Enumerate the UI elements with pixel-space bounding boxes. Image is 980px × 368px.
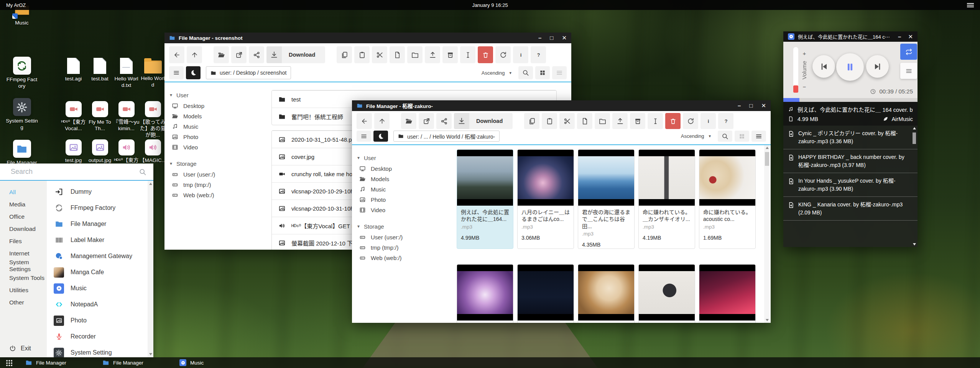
- app-list-item[interactable]: Dummy: [47, 184, 148, 200]
- sidebar-item[interactable]: Video: [170, 142, 262, 152]
- app-grid-icon[interactable]: [6, 360, 12, 366]
- desktop-file[interactable]: 【歌ってみた】あの夏が飽...: [140, 101, 166, 139]
- back-button[interactable]: [169, 46, 184, 63]
- sidebar-item[interactable]: User (user:/): [357, 232, 449, 242]
- scroll-down-icon[interactable]: [149, 353, 152, 355]
- up-button[interactable]: [187, 46, 202, 63]
- info-button[interactable]: [513, 46, 528, 63]
- close-button[interactable]: ✕: [562, 33, 567, 43]
- volume-down[interactable]: −: [803, 83, 806, 90]
- scroll-up-icon[interactable]: [913, 127, 916, 129]
- sort-dropdown[interactable]: Ascending ▾: [477, 70, 516, 76]
- archive-button[interactable]: [630, 113, 645, 129]
- copy-button[interactable]: [524, 113, 539, 129]
- minimize-button[interactable]: –: [538, 33, 541, 43]
- delete-button[interactable]: [478, 46, 493, 63]
- maximize-button[interactable]: □: [550, 33, 553, 43]
- playlist-item[interactable]: In Your Hands _ yusukeP cover. by 柘榴-zak…: [783, 173, 918, 197]
- help-button[interactable]: [531, 46, 546, 63]
- file-card[interactable]: 八月のレイニー＿はるまきごはんco... .mp3 3.06MB: [517, 149, 574, 249]
- category-item[interactable]: Download: [0, 223, 47, 235]
- title-bar[interactable]: File Manager - screenshot – □ ✕: [164, 33, 571, 43]
- sidebar-section-header[interactable]: ▾ User: [170, 89, 262, 101]
- share-button[interactable]: [436, 113, 452, 129]
- search-icon[interactable]: [139, 168, 146, 176]
- app-list-item[interactable]: File Manager: [47, 216, 148, 232]
- new-folder-button[interactable]: [407, 46, 423, 63]
- back-button[interactable]: [357, 113, 372, 129]
- paste-button[interactable]: [354, 46, 370, 63]
- desktop-file[interactable]: 『雪峰～yukimin...: [113, 101, 140, 139]
- close-button[interactable]: ✕: [761, 100, 766, 111]
- sidebar-item[interactable]: Models: [357, 174, 449, 184]
- app-list-item[interactable]: NotepadA: [47, 296, 148, 312]
- scroll-down-icon[interactable]: [913, 243, 916, 245]
- hamburger-button[interactable]: [357, 131, 371, 142]
- close-button[interactable]: ✕: [908, 31, 913, 42]
- desktop-file[interactable]: Hello World: [140, 58, 166, 89]
- rename-button[interactable]: [648, 113, 663, 129]
- list-view-button[interactable]: [552, 66, 567, 79]
- paste-button[interactable]: [542, 113, 557, 129]
- sidebar-item[interactable]: Web (web:/): [357, 253, 449, 263]
- search-bar[interactable]: [0, 164, 153, 181]
- sidebar-item[interactable]: Music: [170, 121, 262, 132]
- archive-button[interactable]: [442, 46, 458, 63]
- app-list-scrollbar[interactable]: [148, 181, 153, 357]
- file-card[interactable]: 四季折々に揺蕩い...: [457, 264, 513, 323]
- sidebar-item[interactable]: Music: [357, 184, 449, 195]
- new-file-button[interactable]: [577, 113, 592, 129]
- sidebar-item[interactable]: Video: [357, 205, 449, 215]
- desktop-file[interactable]: test.bat: [87, 58, 113, 89]
- search-button[interactable]: [718, 131, 732, 142]
- minimize-button[interactable]: –: [738, 100, 741, 111]
- pause-button[interactable]: [836, 53, 864, 81]
- playlist-scrollbar[interactable]: [912, 127, 917, 245]
- app-list-item[interactable]: Photo: [47, 312, 148, 329]
- category-item[interactable]: Utilities: [0, 284, 47, 296]
- scroll-down-icon[interactable]: [766, 319, 769, 321]
- help-button[interactable]: [718, 113, 733, 129]
- file-card[interactable]: 妄想感傷代償連盟...: [638, 264, 695, 323]
- open-button[interactable]: [401, 113, 416, 129]
- category-item[interactable]: Other: [0, 296, 47, 309]
- sidebar-item[interactable]: User (user:/): [170, 169, 262, 180]
- desktop-launcher[interactable]: FFmpeg Factory: [5, 57, 38, 90]
- app-list-item[interactable]: Music: [47, 280, 148, 296]
- next-button[interactable]: [866, 55, 889, 78]
- upload-button[interactable]: [425, 46, 440, 63]
- cut-button[interactable]: [559, 113, 575, 129]
- app-list-item[interactable]: System Setting: [47, 345, 148, 357]
- path-bar[interactable]: user: / Desktop / screenshot: [206, 66, 291, 79]
- app-list-item[interactable]: Manga Cafe: [47, 264, 148, 280]
- category-item[interactable]: System Tools: [0, 272, 47, 284]
- open-in-new-button[interactable]: [231, 46, 247, 63]
- sidebar-item[interactable]: tmp (tmp:/): [170, 180, 262, 190]
- taskbar-item[interactable]: Music: [179, 359, 257, 366]
- sidebar-item[interactable]: Desktop: [170, 101, 262, 111]
- refresh-button[interactable]: [495, 46, 511, 63]
- file-card[interactable]: 命に嫌われている。acoustic co... .mp3 1.69MB: [699, 149, 756, 249]
- repeat-button[interactable]: [900, 44, 917, 60]
- file-card[interactable]: 命に嫌われている。＿カンザキイオリ... .mp3 4.19MB: [638, 149, 695, 249]
- delete-button[interactable]: [665, 113, 681, 129]
- cut-button[interactable]: [372, 46, 387, 63]
- desktop-launcher[interactable]: File Manager: [5, 140, 38, 166]
- info-button[interactable]: [700, 113, 716, 129]
- sidebar-section-header[interactable]: ▾ Storage: [170, 158, 262, 169]
- sidebar-item[interactable]: Photo: [357, 195, 449, 205]
- playlist-item[interactable]: KING _ Kanaria cover. by 柘榴-zakuro-.mp3 …: [783, 197, 918, 221]
- desktop-launcher[interactable]: System Setting: [5, 98, 38, 131]
- up-button[interactable]: [374, 113, 390, 129]
- app-list-item[interactable]: Recorder: [47, 329, 148, 345]
- grid-view-button[interactable]: [535, 66, 550, 79]
- desktop-file[interactable]: Hello World.txt: [113, 58, 140, 89]
- title-bar[interactable]: 例えば、今此処に置かれた花に＿164 c⋯ – ✕: [783, 31, 918, 42]
- volume-up[interactable]: +: [803, 50, 806, 57]
- scrollbar-thumb[interactable]: [765, 152, 769, 166]
- scrollbar[interactable]: [764, 145, 770, 323]
- maximize-button[interactable]: □: [749, 100, 753, 111]
- sidebar-item[interactable]: Models: [170, 111, 262, 121]
- refresh-button[interactable]: [683, 113, 698, 129]
- category-item[interactable]: Internet: [0, 247, 47, 260]
